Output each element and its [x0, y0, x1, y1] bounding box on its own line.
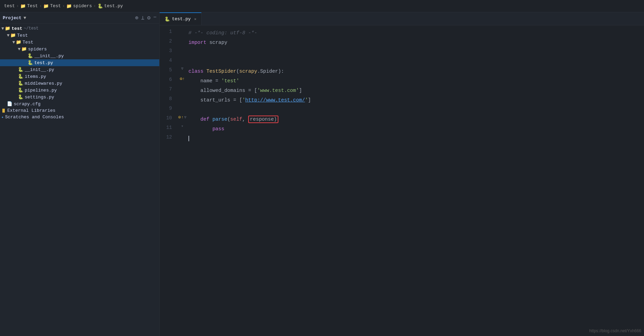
tree-item-Test1[interactable]: ▼ 📁 Test	[0, 32, 159, 39]
tree-item-init1[interactable]: 🐍 __init__.py	[0, 52, 159, 59]
breadcrumb-spiders: spiders	[73, 3, 92, 9]
breadcrumb-testpy: test.py	[104, 3, 123, 9]
tree-item-extlibs[interactable]: ▐▌ External Libraries	[0, 107, 159, 114]
sep4: ›	[93, 3, 96, 9]
tree-item-label: Test	[17, 33, 28, 38]
code-line-5: 5 ▽ class TestSpider(scrapy.Spider):	[160, 67, 644, 76]
line-num-12: 12	[160, 134, 177, 140]
tree-item-middlewares[interactable]: 🐍 middlewares.py	[0, 80, 159, 87]
code-line-12: 12	[160, 134, 644, 143]
line-content-11: pass	[187, 124, 644, 134]
folder-expand-icon-1: ▼	[7, 33, 10, 38]
line-content-7: allowed_domains = ['www.test.com']	[187, 86, 644, 95]
gutter-11: ▿	[177, 124, 187, 128]
line-content-1: # -*- coding: utf-8 -*-	[187, 28, 644, 38]
tree-item-label-testpy: test.py	[34, 60, 53, 65]
collapse-icon[interactable]: ⊥	[141, 14, 145, 21]
line-num-6: 6	[160, 76, 177, 82]
tree-item-scrapycfg[interactable]: 📄 scrapy.cfg	[0, 100, 159, 107]
tree-item-label-settings: settings.py	[25, 95, 54, 100]
tab-testpy[interactable]: 🐍 test.py ✕	[160, 12, 202, 25]
sidebar-title: Project ▼	[3, 15, 132, 21]
editor-area: 🐍 test.py ✕ 1 # -*- coding: utf-8 -*- 2 …	[160, 12, 644, 336]
close-icon[interactable]: ✕	[194, 17, 197, 21]
gutter-10: ⊙↑ ▽	[177, 115, 187, 120]
file-icon-cfg: 📄	[7, 101, 12, 107]
sep2: ›	[39, 3, 42, 9]
fold-icon-5[interactable]: ▽	[181, 67, 183, 71]
tree-root-path: ~/test	[24, 26, 38, 31]
folder-icon-1: 📁	[20, 3, 26, 9]
sidebar-tree: ▼ 📁 test ~/test ▼ 📁 Test ▼ 📁 Test	[0, 24, 159, 336]
breakpoint-icon-6[interactable]: ⊙	[180, 76, 183, 82]
tree-item-root[interactable]: ▼ 📁 test ~/test	[0, 25, 159, 32]
tree-item-scratches[interactable]: ✦ Scratches and Consoles	[0, 114, 159, 120]
tree-item-label-init1: __init__.py	[34, 53, 64, 59]
tree-item-label-pipelines: pipelines.py	[25, 88, 57, 93]
line-num-5: 5	[160, 67, 177, 73]
text-cursor	[188, 136, 189, 141]
fold-icon-10[interactable]: ▽	[184, 115, 186, 119]
folder-expand-icon-3: ▼	[18, 47, 21, 52]
code-line-3: 3	[160, 47, 644, 57]
breadcrumb-Test1: Test	[27, 3, 38, 9]
tree-item-init2[interactable]: 🐍 __init__.py	[0, 66, 159, 73]
tree-item-items[interactable]: 🐍 items.py	[0, 73, 159, 80]
file-icon-init2: 🐍	[18, 67, 23, 72]
tree-item-label-extlibs: External Libraries	[7, 108, 55, 113]
code-line-9: 9	[160, 105, 644, 115]
sidebar: Project ▼ ⊕ ⊥ ⚙ − ▼ 📁 test ~/test	[0, 12, 160, 336]
gutter-5: ▽	[177, 67, 187, 71]
file-icon-middlewares: 🐍	[18, 81, 23, 86]
tree-item-Test2[interactable]: ▼ 📁 Test	[0, 39, 159, 46]
line-num-8: 8	[160, 95, 177, 101]
fold-icon-11[interactable]: ▿	[181, 124, 183, 128]
line-content-4	[187, 57, 644, 58]
tree-item-label-spiders: spiders	[28, 47, 47, 52]
breadcrumb-test: test	[4, 3, 15, 9]
line-num-11: 11	[160, 124, 177, 130]
watermark: https://blog.csdn.net/Yxh666	[589, 328, 641, 333]
line-content-6: name = 'test'	[187, 76, 644, 86]
tree-item-spiders[interactable]: ▼ 📁 spiders	[0, 46, 159, 52]
breadcrumb-Test2: Test	[50, 3, 61, 9]
tab-file-icon: 🐍	[164, 16, 170, 22]
minimize-icon[interactable]: −	[153, 14, 157, 21]
code-line-8: 8 start_urls = ['http://www.test.com/']	[160, 95, 644, 105]
tree-item-settings[interactable]: 🐍 settings.py	[0, 94, 159, 100]
code-line-7: 7 allowed_domains = ['www.test.com']	[160, 86, 644, 95]
line-content-10: def parse(self, response)	[187, 115, 644, 124]
sep3: ›	[62, 3, 65, 9]
main-layout: Project ▼ ⊕ ⊥ ⚙ − ▼ 📁 test ~/test	[0, 12, 644, 336]
line-num-1: 1	[160, 28, 177, 34]
line-num-2: 2	[160, 38, 177, 44]
tree-item-testpy[interactable]: 🐍 test.py	[0, 59, 159, 66]
response-highlight: response)	[248, 116, 278, 123]
project-label: Project	[3, 15, 22, 21]
tree-item-label-scratches: Scratches and Consoles	[5, 115, 64, 120]
line-content-3	[187, 47, 644, 49]
file-icon-items: 🐍	[18, 74, 23, 79]
tab-label: test.py	[172, 16, 191, 22]
folder-icon-2: 📁	[43, 3, 49, 9]
file-icon-pipelines: 🐍	[18, 87, 23, 93]
file-icon-settings: 🐍	[18, 94, 23, 100]
tab-bar: 🐍 test.py ✕	[160, 12, 644, 25]
file-icon-init1: 🐍	[27, 53, 33, 59]
code-editor[interactable]: 1 # -*- coding: utf-8 -*- 2 import scrap…	[160, 25, 644, 336]
line-num-10: 10	[160, 115, 177, 121]
folder-expand-icon-2: ▼	[12, 40, 15, 45]
folder-icon-tree3: 📁	[21, 46, 27, 52]
settings-icon[interactable]: ⚙	[147, 14, 151, 21]
add-icon[interactable]: ⊕	[135, 14, 138, 21]
line-num-9: 9	[160, 105, 177, 111]
scratches-icon: ✦	[1, 115, 4, 119]
folder-icon-tree2: 📁	[16, 39, 21, 45]
sidebar-actions: ⊕ ⊥ ⚙ −	[135, 14, 157, 21]
project-dropdown-icon[interactable]: ▼	[24, 15, 26, 21]
code-line-11: 11 ▿ pass	[160, 124, 644, 134]
tree-item-label-test2: Test	[23, 40, 33, 45]
tree-item-pipelines[interactable]: 🐍 pipelines.py	[0, 87, 159, 94]
breakpoint-icon-10[interactable]: ⊙	[178, 115, 181, 120]
tree-item-label-items: items.py	[25, 74, 46, 79]
